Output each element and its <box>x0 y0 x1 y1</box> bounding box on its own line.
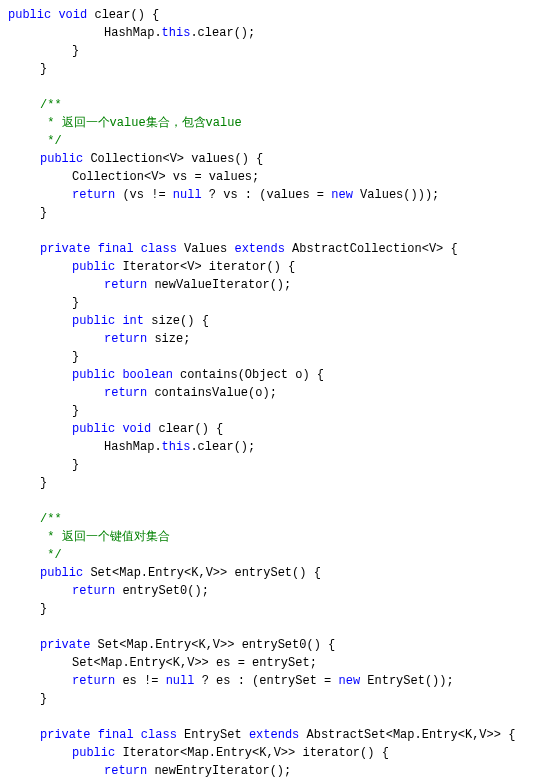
code-line: } <box>8 600 528 618</box>
text-token: Collection<V> vs = values; <box>72 170 259 184</box>
code-line: public boolean contains(Object o) { <box>8 366 528 384</box>
code-line: private Set<Map.Entry<K,V>> entrySet0() … <box>8 636 528 654</box>
keyword-token: return <box>104 332 147 346</box>
code-line: } <box>8 402 528 420</box>
keyword-token: public <box>72 314 115 328</box>
code-line: */ <box>8 132 528 150</box>
code-line <box>8 708 528 726</box>
code-line <box>8 222 528 240</box>
keyword-token: void <box>58 8 87 22</box>
text-token: } <box>40 206 47 220</box>
keyword-token: public <box>8 8 51 22</box>
keyword-token: extends <box>249 728 299 742</box>
text-token: HashMap. <box>104 26 162 40</box>
text-token: } <box>40 602 47 616</box>
code-line: public Iterator<V> iterator() { <box>8 258 528 276</box>
keyword-token: null <box>173 188 202 202</box>
keyword-token: return <box>104 386 147 400</box>
code-line: } <box>8 204 528 222</box>
keyword-token: public <box>40 152 83 166</box>
text-token: newEntryIterator(); <box>147 764 291 777</box>
keyword-token: public <box>72 422 115 436</box>
code-line: */ <box>8 546 528 564</box>
keyword-token: return <box>72 188 115 202</box>
code-line: } <box>8 42 528 60</box>
text-token: Values())); <box>353 188 439 202</box>
code-line: public Set<Map.Entry<K,V>> entrySet() { <box>8 564 528 582</box>
code-line: } <box>8 456 528 474</box>
comment-token: * 返回一个value集合，包含value <box>40 116 242 130</box>
code-block: public void clear() {HashMap.this.clear(… <box>8 6 528 777</box>
keyword-token: return <box>72 584 115 598</box>
keyword-token: boolean <box>122 368 172 382</box>
text-token: .clear(); <box>190 440 255 454</box>
keyword-token: private <box>40 638 90 652</box>
keyword-token: new <box>331 188 353 202</box>
text-token: HashMap. <box>104 440 162 454</box>
text-token: EntrySet()); <box>360 674 454 688</box>
code-line: return size; <box>8 330 528 348</box>
text-token: contains(Object o) { <box>173 368 324 382</box>
comment-token: /** <box>40 512 62 526</box>
text-token: } <box>72 404 79 418</box>
keyword-token: public <box>72 746 115 760</box>
code-line: } <box>8 690 528 708</box>
text-token: .clear(); <box>190 26 255 40</box>
code-line: /** <box>8 96 528 114</box>
text-token: Iterator<Map.Entry<K,V>> iterator() { <box>115 746 389 760</box>
code-line <box>8 492 528 510</box>
text-token: } <box>72 458 79 472</box>
text-token: AbstractCollection<V> { <box>285 242 458 256</box>
text-token: (vs != <box>115 188 173 202</box>
text-token: Iterator<V> iterator() { <box>115 260 295 274</box>
text-token: Set<Map.Entry<K,V>> es = entrySet; <box>72 656 317 670</box>
code-line <box>8 78 528 96</box>
text-token: } <box>72 350 79 364</box>
keyword-token: extends <box>234 242 284 256</box>
keyword-token: private <box>40 242 90 256</box>
text-token: AbstractSet<Map.Entry<K,V>> { <box>299 728 515 742</box>
keyword-token: this <box>162 26 191 40</box>
code-line: public int size() { <box>8 312 528 330</box>
text-token: ? vs : (values = <box>202 188 332 202</box>
code-line: private final class EntrySet extends Abs… <box>8 726 528 744</box>
keyword-token: return <box>72 674 115 688</box>
code-line: return newValueIterator(); <box>8 276 528 294</box>
comment-token: /** <box>40 98 62 112</box>
text-token: } <box>40 476 47 490</box>
code-line: * 返回一个value集合，包含value <box>8 114 528 132</box>
keyword-token: class <box>141 242 177 256</box>
keyword-token: public <box>40 566 83 580</box>
text-token: clear() { <box>87 8 159 22</box>
text-token: Set<Map.Entry<K,V>> entrySet0() { <box>90 638 335 652</box>
text-token: containsValue(o); <box>147 386 277 400</box>
text-token: } <box>72 296 79 310</box>
keyword-token: final <box>98 728 134 742</box>
code-line: } <box>8 60 528 78</box>
code-line: return es != null ? es : (entrySet = new… <box>8 672 528 690</box>
code-line: * 返回一个键值对集合 <box>8 528 528 546</box>
code-line: return entrySet0(); <box>8 582 528 600</box>
keyword-token: final <box>98 242 134 256</box>
text-token: Set<Map.Entry<K,V>> entrySet() { <box>83 566 321 580</box>
keyword-token: return <box>104 278 147 292</box>
code-line <box>8 618 528 636</box>
code-line: private final class Values extends Abstr… <box>8 240 528 258</box>
text-token: ? es : (entrySet = <box>194 674 338 688</box>
comment-token: */ <box>40 134 62 148</box>
keyword-token: void <box>122 422 151 436</box>
keyword-token: public <box>72 260 115 274</box>
code-line: public void clear() { <box>8 420 528 438</box>
text-token: size() { <box>144 314 209 328</box>
code-line: } <box>8 348 528 366</box>
keyword-token: new <box>338 674 360 688</box>
comment-token: */ <box>40 548 62 562</box>
code-line: HashMap.this.clear(); <box>8 24 528 42</box>
code-line: return newEntryIterator(); <box>8 762 528 777</box>
text-token: size; <box>147 332 190 346</box>
code-line: public void clear() { <box>8 6 528 24</box>
code-line: public Collection<V> values() { <box>8 150 528 168</box>
keyword-token: null <box>166 674 195 688</box>
text-token: clear() { <box>151 422 223 436</box>
code-line: Collection<V> vs = values; <box>8 168 528 186</box>
